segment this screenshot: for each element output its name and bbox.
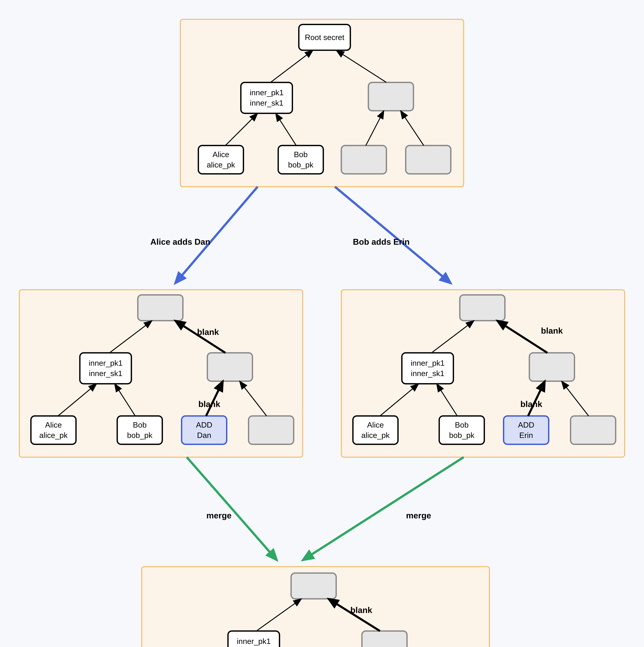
node-add-dan-left: ADD Dan <box>182 416 227 444</box>
diagram-canvas: Root secret inner_pk1 inner_sk1 Alice al… <box>0 0 644 647</box>
panel-bottom: inner_pk1 inner_sk1 Alice alice_pk Bob b… <box>142 567 490 647</box>
label-inner1-right-l1: inner_pk1 <box>411 359 444 367</box>
svg-rect-23 <box>571 416 616 444</box>
node-inner-grey-right-right <box>529 353 574 381</box>
panel-left: inner_pk1 inner_sk1 Alice alice_pk Bob b… <box>19 290 303 457</box>
label-alice-right-l2: alice_pk <box>361 431 389 440</box>
label-alice-right-l1: Alice <box>367 421 384 429</box>
label-blank-right-upper: blank <box>541 326 563 336</box>
label-add-erin-l1: ADD <box>518 421 534 429</box>
svg-rect-18 <box>402 353 453 384</box>
label-bob-left-l1: Bob <box>133 421 147 429</box>
node-inner-grey-left-right <box>207 353 253 381</box>
arrow-alice-adds-dan <box>175 187 258 283</box>
svg-rect-20 <box>353 416 398 444</box>
label-inner1-bottom-l1: inner_pk1 <box>237 637 271 646</box>
label-alice-left-l2: alice_pk <box>39 431 68 440</box>
label-root-secret: Root secret <box>305 33 344 42</box>
label-inner1-right-l2: inner_sk1 <box>411 369 444 378</box>
node-add-erin-right: ADD Erin <box>504 416 549 444</box>
label-alice-adds-dan: Alice adds Dan <box>150 237 210 246</box>
label-bob-right-l1: Bob <box>455 421 469 429</box>
svg-rect-6 <box>341 146 386 174</box>
node-alice-left: Alice alice_pk <box>31 416 76 444</box>
svg-rect-21 <box>439 416 484 444</box>
svg-rect-10 <box>80 353 131 384</box>
label-bob-adds-erin: Bob adds Erin <box>353 237 410 246</box>
node-grey-leaf-top-3 <box>341 146 386 174</box>
svg-rect-14 <box>182 416 227 444</box>
svg-rect-17 <box>460 295 505 320</box>
svg-rect-11 <box>207 353 253 381</box>
node-inner1-top: inner_pk1 inner_sk1 <box>241 82 292 113</box>
svg-rect-27 <box>362 631 407 647</box>
label-add-dan-l1: ADD <box>196 421 212 429</box>
label-bob-top-l2: bob_pk <box>288 160 313 169</box>
svg-rect-3 <box>368 82 413 111</box>
label-blank-bottom-upper: blank <box>350 605 372 615</box>
label-alice-left-l1: Alice <box>45 421 62 429</box>
node-grey-leaf-right-4 <box>571 416 616 444</box>
svg-rect-5 <box>278 146 323 174</box>
node-bob-right: Bob bob_pk <box>439 416 484 444</box>
label-inner1-left-l1: inner_pk1 <box>89 359 123 367</box>
node-root-right <box>460 295 505 320</box>
label-blank-right-lower: blank <box>520 399 543 409</box>
node-inner1-bottom: inner_pk1 inner_sk1 <box>228 631 280 647</box>
label-alice-top-l2: alice_pk <box>207 160 235 169</box>
label-blank-left-upper: blank <box>197 327 219 337</box>
node-grey-leaf-top-4 <box>406 146 451 174</box>
label-inner1-top-l1: inner_pk1 <box>249 88 284 97</box>
svg-rect-15 <box>248 416 294 444</box>
svg-rect-4 <box>198 146 243 174</box>
svg-rect-22 <box>504 416 549 444</box>
label-bob-left-l2: bob_pk <box>127 431 152 440</box>
label-alice-top-l1: Alice <box>213 150 229 159</box>
node-inner1-left: inner_pk1 inner_sk1 <box>80 353 131 384</box>
label-merge-left: merge <box>206 511 231 520</box>
node-bob-left: Bob bob_pk <box>117 416 162 444</box>
svg-rect-19 <box>529 353 574 381</box>
node-inner-grey-bottom-right <box>362 631 407 647</box>
label-inner1-left-l2: inner_sk1 <box>89 369 123 378</box>
arrow-merge-right <box>303 457 464 560</box>
node-root-bottom <box>291 573 336 599</box>
svg-rect-2 <box>241 82 292 113</box>
node-grey-leaf-left-4 <box>248 416 294 444</box>
node-alice-top: Alice alice_pk <box>198 146 243 174</box>
panel-right: inner_pk1 inner_sk1 Alice alice_pk Bob b… <box>341 290 625 457</box>
node-inner-grey-top-right <box>368 82 413 111</box>
panel-top: Root secret inner_pk1 inner_sk1 Alice al… <box>180 19 463 187</box>
node-root-left <box>138 295 183 320</box>
label-add-erin-l2: Erin <box>519 431 533 440</box>
arrow-merge-left <box>187 457 277 560</box>
node-alice-right: Alice alice_pk <box>353 416 398 444</box>
svg-rect-7 <box>406 146 451 174</box>
label-bob-right-l2: bob_pk <box>449 431 475 440</box>
svg-rect-9 <box>138 295 183 320</box>
label-add-dan-l2: Dan <box>197 431 211 440</box>
label-bob-top-l1: Bob <box>294 150 308 159</box>
label-inner1-top-l2: inner_sk1 <box>250 98 283 107</box>
svg-rect-25 <box>291 573 336 599</box>
node-inner1-right: inner_pk1 inner_sk1 <box>402 353 453 384</box>
node-root-secret: Root secret <box>299 24 350 50</box>
arrow-bob-adds-erin <box>335 187 451 283</box>
label-merge-right: merge <box>406 511 431 520</box>
label-blank-left-lower: blank <box>198 399 220 409</box>
svg-rect-12 <box>31 416 76 444</box>
svg-rect-13 <box>117 416 162 444</box>
node-bob-top: Bob bob_pk <box>278 146 323 174</box>
